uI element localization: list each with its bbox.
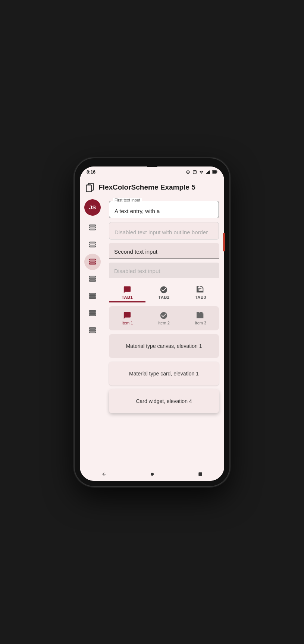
disabled-filled-placeholder: Disabled text input: [114, 268, 214, 274]
tab1-label: TAB1: [122, 295, 133, 299]
first-input-value: A text entry, with a: [115, 206, 213, 214]
status-bar: 8:16: [80, 166, 224, 178]
svg-rect-16: [90, 227, 96, 228]
app-bar: FlexColorScheme Example 5: [80, 178, 224, 197]
nav-item-1[interactable]: Item 1: [109, 309, 145, 327]
first-text-input[interactable]: First text input A text entry, with a: [109, 201, 219, 218]
card-elevated: Card widget, elevation 4: [109, 389, 219, 413]
recents-button[interactable]: [196, 470, 204, 478]
phone-shell: 8:16: [75, 158, 229, 486]
copy-icon: [85, 183, 95, 192]
svg-rect-27: [90, 293, 96, 294]
svg-rect-28: [90, 295, 96, 296]
nav-item-2[interactable]: Item 2: [145, 309, 182, 327]
second-text-input[interactable]: Second text input: [109, 243, 219, 259]
svg-rect-17: [90, 229, 96, 230]
svg-rect-10: [217, 171, 217, 172]
svg-rect-21: [90, 259, 96, 260]
svg-rect-8: [209, 170, 210, 174]
sidebar-item-6[interactable]: [84, 305, 101, 321]
first-input-label: First text input: [113, 198, 142, 202]
avatar-initials: JS: [89, 204, 96, 210]
battery-icon: [212, 169, 217, 175]
sim-icon: [185, 169, 191, 175]
svg-rect-6: [207, 172, 208, 174]
sidebar-item-3[interactable]: [84, 254, 101, 270]
signal-icon: [206, 169, 211, 175]
svg-rect-30: [90, 310, 96, 311]
sidebar-item-1[interactable]: [84, 219, 101, 236]
svg-rect-22: [90, 261, 96, 262]
nav3-label: Item 3: [195, 321, 207, 325]
svg-rect-31: [90, 313, 96, 314]
phone-notch: [147, 164, 158, 167]
svg-rect-7: [208, 171, 209, 174]
status-icons: [185, 169, 217, 175]
svg-rect-18: [90, 242, 96, 243]
svg-rect-26: [90, 280, 96, 281]
disabled-outlined-input: Disabled text input with outline border: [109, 222, 219, 239]
svg-rect-4: [195, 170, 195, 171]
app-title: FlexColorScheme Example 5: [98, 183, 195, 191]
svg-point-36: [150, 472, 153, 475]
second-input-value: Second text input: [114, 248, 214, 255]
svg-rect-25: [90, 278, 96, 279]
tab-tab1[interactable]: TAB1: [109, 282, 145, 302]
nav1-label: Item 1: [122, 321, 133, 325]
sidebar-item-2[interactable]: [84, 237, 101, 253]
phone-screen: 8:16: [80, 166, 224, 481]
svg-rect-5: [206, 173, 207, 174]
sd-icon: [192, 169, 197, 175]
svg-rect-29: [90, 297, 96, 298]
content-area: First text input A text entry, with a Di…: [105, 197, 224, 467]
card-card-text: Material type card, elevation 1: [129, 371, 199, 377]
disabled-outlined-placeholder: Disabled text input with outline border: [115, 228, 213, 235]
svg-rect-3: [194, 170, 194, 171]
tabs-bar: TAB1 TAB2: [109, 282, 219, 302]
nav-item-3[interactable]: Item 3: [182, 309, 219, 327]
svg-rect-11: [213, 171, 216, 173]
card-elevated-text: Card widget, elevation 4: [136, 398, 192, 404]
bottom-nav: Item 1 Item 2 Item 3: [109, 306, 219, 330]
svg-rect-2: [193, 170, 197, 174]
status-time: 8:16: [87, 169, 95, 175]
sidebar-item-4[interactable]: [84, 271, 101, 287]
sidebar-item-5[interactable]: [84, 288, 101, 304]
svg-rect-33: [90, 327, 96, 329]
card-card: Material type card, elevation 1: [109, 362, 219, 386]
card-canvas-text: Material type canvas, elevation 1: [126, 343, 202, 349]
svg-point-1: [188, 171, 189, 172]
disabled-filled-input: Disabled text input: [109, 263, 219, 278]
svg-rect-32: [90, 314, 96, 315]
tab-tab3[interactable]: TAB3: [182, 282, 219, 302]
svg-rect-15: [90, 225, 96, 226]
svg-rect-23: [90, 263, 96, 264]
back-button[interactable]: [100, 470, 108, 478]
svg-rect-24: [90, 276, 96, 277]
tab-tab2[interactable]: TAB2: [145, 282, 182, 302]
sidebar-item-7[interactable]: [84, 322, 101, 339]
system-nav: [80, 467, 224, 481]
side-button: [223, 233, 225, 251]
avatar[interactable]: JS: [84, 199, 101, 216]
svg-rect-37: [198, 472, 202, 476]
tab3-label: TAB3: [195, 295, 206, 299]
nav2-label: Item 2: [158, 321, 170, 325]
card-canvas: Material type canvas, elevation 1: [109, 334, 219, 358]
sidebar: JS: [80, 197, 105, 467]
svg-rect-20: [90, 246, 96, 247]
svg-rect-34: [90, 330, 96, 331]
svg-rect-19: [90, 244, 96, 245]
tab2-label: TAB2: [159, 295, 170, 299]
svg-rect-35: [90, 331, 96, 333]
main-layout: JS: [80, 197, 224, 467]
home-button[interactable]: [148, 470, 156, 478]
svg-rect-13: [86, 185, 91, 191]
wifi-icon: [199, 169, 204, 175]
tabs-container: TAB1 TAB2: [109, 282, 219, 302]
